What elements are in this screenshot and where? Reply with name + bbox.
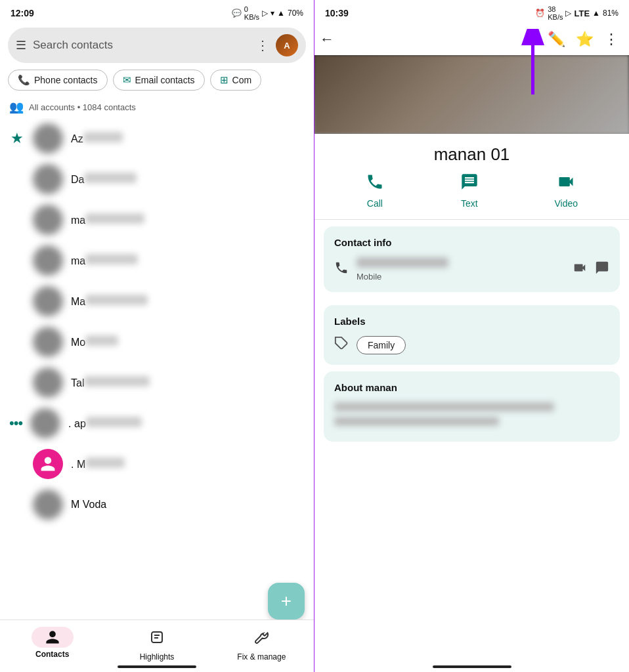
email-contacts-tab[interactable]: ✉ Email contacts xyxy=(113,70,205,91)
contact-info-title: Contact info xyxy=(334,237,609,248)
nav-contacts-bg xyxy=(32,627,74,648)
list-item[interactable]: Mo xyxy=(0,322,314,362)
contact-name: ma xyxy=(71,213,305,226)
company-tab-icon: ⊞ xyxy=(220,74,228,86)
list-item[interactable]: Tal xyxy=(0,362,314,403)
wifi-icon: ▾ xyxy=(271,9,274,18)
status-icons-right: ⏰ 38KB/s ▷ LTE ▲ 81% xyxy=(535,5,618,21)
about-section: About manan xyxy=(324,371,620,442)
list-item[interactable]: . M xyxy=(0,444,314,484)
text-button[interactable]: Text xyxy=(460,173,479,209)
video-label: Video xyxy=(555,198,578,209)
message-action-icon[interactable] xyxy=(595,261,609,279)
phone-row-icon xyxy=(334,261,349,279)
nav-highlights-label: Highlights xyxy=(140,652,175,662)
contacts-list: ★ Az Da ma ma xyxy=(0,118,314,672)
contact-avatar xyxy=(33,368,63,398)
contact-info-section: Contact info Mobile xyxy=(324,226,620,292)
phone-info: Mobile xyxy=(357,257,565,282)
company-tab-label: Com xyxy=(232,75,252,85)
phone-type: Mobile xyxy=(357,272,565,282)
search-text: Search contacts xyxy=(33,39,249,52)
text-label: Text xyxy=(461,198,478,209)
search-bar[interactable]: ☰ Search contacts ⋮ A xyxy=(8,28,306,63)
accounts-text: All accounts • 1084 contacts xyxy=(29,102,136,112)
contact-name: . M xyxy=(71,457,305,471)
star-icon: ★ xyxy=(9,130,25,147)
label-tag-icon xyxy=(334,336,349,354)
battery-icon-right: ▷ xyxy=(565,9,571,18)
call-button[interactable]: Call xyxy=(366,173,384,209)
contact-avatar xyxy=(33,286,63,316)
add-contact-button[interactable]: + xyxy=(268,583,305,620)
back-button[interactable]: ← xyxy=(320,31,334,48)
time-left: 12:09 xyxy=(11,8,34,18)
labels-row: Family xyxy=(334,336,609,354)
video-button[interactable]: Video xyxy=(555,173,578,209)
phone-actions xyxy=(573,261,609,279)
avatar[interactable]: A xyxy=(276,34,298,56)
phone-contacts-tab[interactable]: 📞 Phone contacts xyxy=(8,70,108,91)
contact-name: M Voda xyxy=(71,499,305,511)
contact-name-display: manan 01 xyxy=(314,134,629,173)
about-blur-2 xyxy=(334,417,499,426)
filter-tabs: 📞 Phone contacts ✉ Email contacts ⊞ Com xyxy=(0,67,314,96)
call-label: Call xyxy=(367,198,383,209)
alarm-icon: ⏰ xyxy=(535,9,545,18)
list-item[interactable]: M Voda xyxy=(0,484,314,525)
contact-avatar xyxy=(33,245,63,276)
status-bar-right: 10:39 ⏰ 38KB/s ▷ LTE ▲ 81% xyxy=(314,0,629,24)
company-tab[interactable]: ⊞ Com xyxy=(210,70,262,91)
more-options-icon[interactable]: ⋮ xyxy=(256,37,269,53)
video-call-icon[interactable] xyxy=(573,261,587,279)
contact-name: ma xyxy=(71,254,305,267)
labels-title: Labels xyxy=(334,316,609,327)
signal-icon: ▲ xyxy=(277,9,285,18)
contact-avatar xyxy=(33,205,63,235)
whatsapp-icon: 💬 xyxy=(232,9,242,18)
contact-name: Ma xyxy=(71,295,305,308)
hamburger-icon[interactable]: ☰ xyxy=(16,38,26,52)
data-icon-right: 38KB/s xyxy=(548,5,563,21)
photo-blur xyxy=(314,55,629,134)
time-right: 10:39 xyxy=(325,8,349,18)
accounts-bar: 👥 All accounts • 1084 contacts xyxy=(0,96,314,118)
family-chip[interactable]: Family xyxy=(357,336,406,354)
about-title: About manan xyxy=(334,382,609,393)
video-icon xyxy=(557,173,575,196)
status-bar-left: 12:09 💬 0KB/s ▷ ▾ ▲ 70% xyxy=(0,0,314,24)
list-item[interactable]: ma xyxy=(0,240,314,281)
phone-number-blur xyxy=(357,257,448,268)
text-icon xyxy=(460,173,479,196)
battery-right: 81% xyxy=(603,9,618,18)
nav-fix-label: Fix & manage xyxy=(237,652,286,662)
nav-fix[interactable]: Fix & manage xyxy=(209,627,314,662)
action-buttons: Call Text Video xyxy=(314,173,629,219)
home-indicator-right xyxy=(433,665,511,668)
edit-icon[interactable]: ✏️ xyxy=(548,31,565,48)
about-blur-1 xyxy=(334,402,554,411)
data-icon: 0KB/s xyxy=(244,5,259,21)
call-icon xyxy=(366,173,384,196)
contact-name: Da xyxy=(71,173,305,186)
list-item[interactable]: ★ Az xyxy=(0,118,314,159)
favorite-icon[interactable]: ⭐ xyxy=(576,31,594,48)
nav-highlights-icon-wrap xyxy=(136,627,178,650)
status-icons-left: 💬 0KB/s ▷ ▾ ▲ 70% xyxy=(232,5,303,21)
list-item[interactable]: Da xyxy=(0,159,314,200)
nav-highlights[interactable]: Highlights xyxy=(104,627,209,662)
list-item[interactable]: ma xyxy=(0,200,314,240)
list-item[interactable]: Ma xyxy=(0,281,314,322)
phone-tab-label: Phone contacts xyxy=(34,75,98,85)
contact-avatar xyxy=(33,164,63,194)
more-options-right-icon[interactable]: ⋮ xyxy=(604,31,618,48)
right-panel: 10:39 ⏰ 38KB/s ▷ LTE ▲ 81% ← ✏️ ⭐ ⋮ mana… xyxy=(314,0,629,672)
contact-avatar xyxy=(33,490,63,520)
email-tab-icon: ✉ xyxy=(123,74,131,86)
nav-contacts[interactable]: Contacts xyxy=(0,627,104,659)
nav-fix-icon-wrap xyxy=(240,627,282,650)
list-item[interactable]: ••• . ap xyxy=(0,403,314,444)
contact-avatar xyxy=(30,408,60,438)
nav-contacts-label: Contacts xyxy=(35,650,69,659)
contact-name: . ap xyxy=(68,417,305,430)
